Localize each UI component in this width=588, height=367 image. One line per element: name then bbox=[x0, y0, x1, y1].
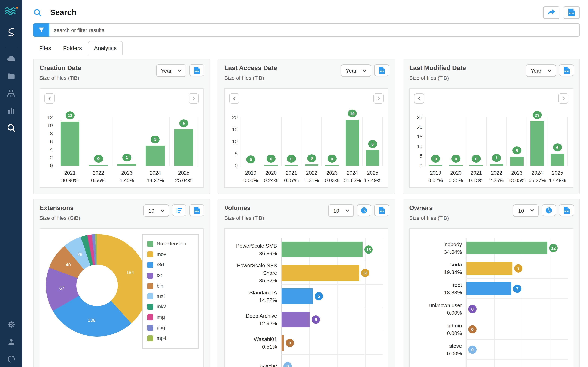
export-pdf-button[interactable]: PDF bbox=[559, 204, 574, 216]
x-label: 20230.03% bbox=[322, 169, 342, 185]
x-label-percent: 17.49% bbox=[547, 177, 568, 185]
chart-column: 0 bbox=[426, 117, 446, 166]
chart-column: 9 bbox=[170, 117, 198, 166]
x-label-category: 2023 bbox=[507, 169, 527, 177]
export-pdf-button[interactable]: PDF bbox=[563, 6, 580, 19]
panel-last-modified-date: Last Modified Date Size of files (TiB) Y… bbox=[403, 59, 580, 194]
x-label-category: 2024 bbox=[342, 169, 363, 177]
x-axis-labels: 20190.00%20200.24%20210.07%20221.31%2023… bbox=[240, 169, 383, 185]
sidebar-item-settings[interactable] bbox=[4, 318, 18, 331]
y-tick-label: 0 bbox=[235, 163, 238, 168]
bar-value-badge: 23 bbox=[532, 111, 541, 119]
sidebar-item-account[interactable] bbox=[4, 335, 18, 348]
x-label-percent: 30.90% bbox=[56, 177, 84, 185]
export-pdf-button[interactable]: PDF bbox=[374, 204, 389, 216]
donut-value-label: 40 bbox=[66, 262, 71, 267]
bar-value-badge: 0 bbox=[468, 305, 477, 313]
bar-value-badge: 0 bbox=[472, 155, 481, 163]
tab-folders[interactable]: Folders bbox=[57, 41, 88, 55]
sidebar-item-analytics[interactable] bbox=[4, 104, 18, 117]
legend-item-mp4[interactable]: mp4 bbox=[147, 335, 194, 342]
creation-date-chart-area: 121086420110159202130.90%20220.56%20231.… bbox=[40, 88, 204, 188]
x-label-category: 2021 bbox=[56, 169, 84, 177]
donut-hole bbox=[76, 265, 118, 306]
sidebar bbox=[0, 0, 22, 367]
chart-prev-button[interactable] bbox=[229, 93, 240, 103]
bar-value-badge: 5 bbox=[151, 135, 160, 143]
row-label: PowerScale SMB36.89% bbox=[228, 242, 281, 257]
sidebar-item-cloud[interactable] bbox=[4, 52, 18, 65]
bar bbox=[285, 165, 298, 166]
legend-item-mxf[interactable]: mxf bbox=[147, 293, 194, 300]
legend-item-bin[interactable]: bin bbox=[147, 283, 194, 289]
sidebar-divider bbox=[5, 47, 17, 47]
sidebar-item-search[interactable] bbox=[4, 122, 18, 134]
row-label: root18.83% bbox=[413, 281, 466, 296]
chart-next-button[interactable] bbox=[558, 93, 568, 103]
bar-value-badge: 0 bbox=[307, 154, 316, 162]
legend-item-mov[interactable]: mov bbox=[147, 251, 194, 258]
x-axis-labels: 20190.02%20200.35%20210.13%20222.25%2023… bbox=[425, 169, 568, 185]
export-pdf-button[interactable]: PDF bbox=[189, 204, 204, 216]
x-label-category: 2022 bbox=[84, 169, 113, 177]
chart-prev-button[interactable] bbox=[414, 93, 424, 103]
interval-select[interactable]: Year bbox=[341, 64, 371, 77]
brand-logo-icon bbox=[4, 26, 18, 39]
top-n-select[interactable]: 10 bbox=[328, 204, 354, 217]
top-n-select[interactable]: 10 bbox=[144, 204, 169, 217]
chart-next-button[interactable] bbox=[189, 93, 199, 103]
legend-item-png[interactable]: png bbox=[147, 325, 194, 331]
bar-list-view-button[interactable] bbox=[172, 204, 186, 216]
legend-item-no-extension[interactable]: No extension bbox=[147, 241, 194, 247]
pie-view-button[interactable] bbox=[357, 204, 371, 216]
interval-select[interactable]: Year bbox=[526, 64, 556, 77]
bar bbox=[551, 154, 564, 166]
search-input[interactable] bbox=[49, 23, 580, 36]
x-label-category: 2022 bbox=[302, 169, 322, 177]
chart-column: 0 bbox=[84, 117, 113, 166]
tab-files[interactable]: Files bbox=[33, 41, 57, 55]
chart-next-button[interactable] bbox=[373, 93, 384, 103]
sidebar-item-hierarchy[interactable] bbox=[4, 87, 18, 100]
sidebar-item-platform[interactable] bbox=[4, 353, 18, 366]
bar bbox=[282, 311, 310, 327]
share-button[interactable] bbox=[543, 6, 559, 19]
legend-swatch bbox=[147, 325, 153, 331]
plot-area: 0001523620190.02%20200.35%20210.13%20222… bbox=[425, 117, 568, 185]
sidebar-item-folders[interactable] bbox=[4, 70, 18, 83]
export-pdf-button[interactable]: PDF bbox=[374, 64, 389, 76]
export-pdf-button[interactable]: PDF bbox=[189, 64, 204, 76]
interval-select[interactable]: Year bbox=[156, 64, 186, 77]
row-label-percent: 0.51% bbox=[228, 343, 277, 351]
bar bbox=[366, 150, 379, 166]
chevron-left-icon bbox=[232, 96, 236, 101]
legend-item-r3d[interactable]: r3d bbox=[147, 262, 194, 268]
pie-view-button[interactable] bbox=[542, 204, 556, 216]
legend-item-mkv[interactable]: mkv bbox=[147, 304, 194, 310]
row-label: Standard IA14.22% bbox=[228, 289, 281, 304]
top-n-select[interactable]: 10 bbox=[513, 204, 539, 217]
bar bbox=[282, 288, 313, 304]
analytics-grid: Creation Date Size of files (TiB) Year P… bbox=[33, 59, 580, 367]
row-label-name: admin bbox=[413, 322, 462, 329]
row-bar-track: 0 bbox=[281, 355, 383, 367]
bar-value-badge: 0 bbox=[431, 155, 440, 163]
chart-column: 0 bbox=[261, 117, 282, 166]
legend-item-txt[interactable]: txt bbox=[147, 272, 194, 279]
chart-prev-button[interactable] bbox=[44, 93, 55, 103]
row-label-percent: 0.00% bbox=[413, 329, 462, 337]
x-label-percent: 0.03% bbox=[322, 177, 342, 185]
last-access-chart-area: 201510500000019620190.00%20200.24%20210.… bbox=[224, 88, 389, 188]
row-label: nobody34.04% bbox=[413, 240, 466, 256]
bar bbox=[117, 164, 136, 166]
bar-value-badge: 13 bbox=[364, 245, 373, 254]
bar bbox=[325, 165, 339, 166]
tab-analytics[interactable]: Analytics bbox=[88, 41, 123, 55]
bar-value-badge: 11 bbox=[66, 111, 75, 119]
export-pdf-button[interactable]: PDF bbox=[559, 64, 574, 76]
pie-chart-icon bbox=[360, 207, 368, 214]
x-label-percent: 65.27% bbox=[527, 177, 547, 185]
filter-button[interactable] bbox=[33, 23, 49, 36]
legend-item-img[interactable]: img bbox=[147, 314, 194, 321]
panel-controls: Year PDF bbox=[156, 64, 204, 77]
